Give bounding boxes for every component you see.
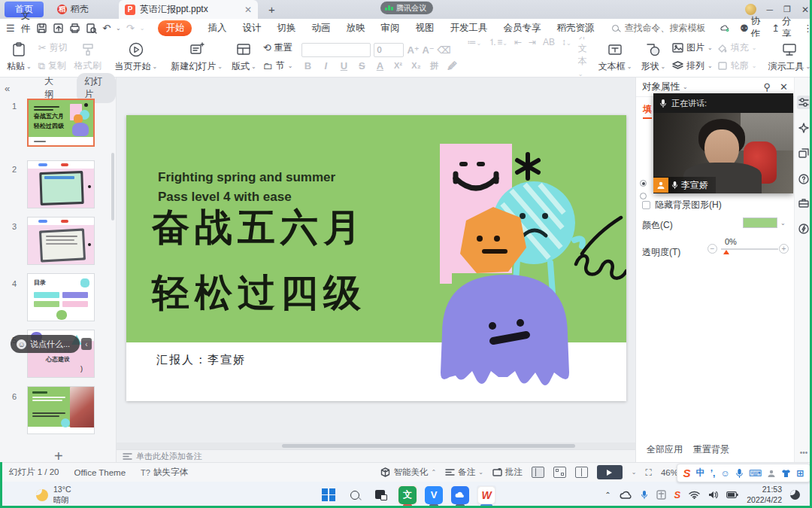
arrange-button[interactable]: 排列⌄ — [672, 59, 713, 72]
slide-thumbnail-6[interactable] — [27, 386, 95, 434]
print-preview-icon[interactable] — [86, 23, 97, 34]
notes-button[interactable]: 备注⌄ — [445, 467, 483, 478]
normal-view-icon[interactable] — [532, 467, 544, 478]
close-tab-icon[interactable]: ✕ — [244, 5, 252, 15]
properties-icon[interactable] — [797, 96, 810, 109]
collapse-panel-icon[interactable]: « — [5, 83, 10, 94]
pinyin-button[interactable]: 拼 — [428, 60, 440, 71]
night-mode-icon[interactable] — [790, 490, 800, 500]
meeting-video-window[interactable]: 正在讲话: 李宣娇 — [653, 93, 793, 193]
number-list-icon[interactable]: ⒈≡⌄ — [488, 37, 508, 49]
tab-member[interactable]: 会员专享 — [503, 22, 541, 35]
start-button[interactable] — [319, 485, 338, 505]
pin-icon[interactable]: ⚲ — [764, 82, 771, 92]
tab-animation[interactable]: 动画 — [311, 22, 330, 35]
redo-icon[interactable]: ↷ — [126, 23, 135, 33]
play-from-current-button[interactable]: 当页开始⌄ — [113, 40, 160, 75]
export-icon[interactable] — [53, 23, 64, 34]
restore-button[interactable]: ❐ — [783, 5, 791, 14]
effects-icon[interactable] — [797, 222, 810, 236]
zoom-level[interactable]: 46% — [661, 468, 678, 477]
taskbar-app-cloud[interactable] — [450, 485, 470, 505]
battery-icon[interactable] — [726, 491, 738, 498]
minimize-button[interactable]: ─ — [767, 5, 774, 15]
copy-button[interactable]: ⧉复制 — [38, 59, 68, 72]
transparency-plus[interactable]: + — [779, 244, 789, 254]
undo-icon[interactable]: ↶ — [102, 23, 111, 33]
tray-expand-icon[interactable]: ⌃ — [604, 491, 611, 499]
new-slide-button[interactable]: 新建幻灯片⌄ — [168, 40, 225, 75]
horizontal-scrollbar[interactable] — [117, 443, 635, 449]
bullet-list-icon[interactable]: ≔⌄ — [467, 37, 481, 47]
meeting-chat-input[interactable]: ☺ 说点什么... — [11, 335, 80, 353]
slider-marker[interactable] — [723, 250, 729, 254]
color-picker[interactable]: ⌄ — [743, 217, 786, 228]
transparency-minus[interactable]: − — [707, 244, 717, 254]
more-options-icon[interactable]: ••• — [797, 446, 810, 460]
save-icon[interactable] — [36, 23, 47, 34]
fit-slide-icon[interactable]: ⛶ — [646, 468, 652, 477]
transparency-slider[interactable] — [721, 248, 778, 250]
volume-icon[interactable] — [708, 491, 718, 499]
slideshow-play-button[interactable] — [597, 465, 623, 479]
command-search[interactable] — [612, 22, 720, 34]
ime-account-icon[interactable] — [767, 469, 776, 478]
reset-button[interactable]: ⟲重置 — [263, 41, 293, 54]
sogou-tray-icon[interactable]: S — [674, 489, 681, 500]
layout-button[interactable]: 版式⌄ — [229, 40, 259, 75]
fill-button[interactable]: 填充⌄ — [717, 41, 757, 54]
tab-docer-res[interactable]: 稻壳资源 — [556, 22, 594, 35]
font-color-button[interactable]: A — [374, 60, 386, 71]
wifi-icon[interactable] — [689, 491, 700, 499]
document-tab[interactable]: P 英语汇报ppt.pptx ✕ — [119, 0, 258, 19]
search-input[interactable] — [623, 22, 720, 34]
print-icon[interactable] — [69, 23, 80, 34]
sorter-view-icon[interactable] — [553, 467, 566, 478]
outline-button[interactable]: 轮廓⌄ — [717, 59, 757, 72]
chat-collapse-icon[interactable]: ‹ — [81, 338, 92, 350]
ime-voice-icon[interactable] — [735, 468, 744, 479]
hide-background-checkbox[interactable]: 隐藏背景图形(H) — [642, 199, 722, 211]
play-options-arrow[interactable]: ⌄ — [632, 469, 637, 476]
ime-punct-icon[interactable]: ’, — [710, 468, 716, 479]
bold-button[interactable]: B — [301, 60, 314, 71]
reading-view-icon[interactable] — [575, 467, 588, 478]
clock[interactable]: 21:53 2022/4/22 — [747, 485, 782, 505]
tab-view[interactable]: 视图 — [415, 22, 434, 35]
indent-icon[interactable]: ⇥ — [529, 37, 536, 47]
ime-keyboard-icon[interactable]: ⌨ — [749, 468, 762, 479]
paste-button[interactable]: 粘贴⌄ — [5, 40, 34, 75]
cut-button[interactable]: ✂剪切 — [38, 41, 68, 54]
task-view-button[interactable] — [371, 485, 391, 505]
font-size-input[interactable] — [374, 43, 404, 57]
slide-editing-area[interactable]: Frighting spring and summer Pass level 4… — [126, 115, 626, 401]
strike-button[interactable]: S — [356, 60, 368, 71]
tab-review[interactable]: 审阅 — [380, 22, 399, 35]
missing-font-warning[interactable]: T? 缺失字体 — [141, 467, 188, 478]
close-panel-icon[interactable]: ✕ — [780, 82, 788, 92]
slide-thumbnail-2[interactable] — [27, 160, 95, 208]
text-box-button[interactable]: 文本框⌄ — [596, 40, 635, 75]
taskbar-search-button[interactable] — [345, 485, 365, 505]
underline-button[interactable]: U — [338, 60, 350, 71]
italic-button[interactable]: I — [320, 60, 332, 71]
apply-all-button[interactable]: 全部应用 — [647, 443, 683, 456]
help-icon[interactable] — [797, 172, 810, 186]
present-tools-button[interactable]: 演示工具⌄ — [766, 40, 812, 75]
section-button[interactable]: 🗀节⌄ — [263, 59, 293, 72]
fill-option-radio[interactable] — [640, 180, 647, 187]
line-spacing-icon[interactable]: ↕⌄ — [562, 37, 571, 47]
taskbar-app-meeting[interactable]: V — [424, 485, 444, 505]
animation-pane-icon[interactable] — [797, 147, 810, 160]
subscript-button[interactable]: X₂ — [410, 61, 422, 70]
toolbox-icon[interactable] — [797, 196, 810, 210]
tab-home[interactable]: 开始 — [158, 20, 192, 36]
reset-background-button[interactable]: 重置背景 — [693, 443, 729, 456]
picture-button[interactable]: 图片⌄ — [672, 41, 713, 54]
text-direction-icon[interactable]: AB — [543, 37, 555, 47]
meeting-share-indicator[interactable]: 腾讯会议 — [380, 2, 433, 14]
beautify-star-icon[interactable] — [797, 121, 810, 135]
increase-font-icon[interactable]: A⁺ — [407, 44, 419, 56]
tab-design[interactable]: 设计 — [242, 22, 261, 35]
beautify-button[interactable]: 智能美化⌃ — [380, 467, 436, 478]
